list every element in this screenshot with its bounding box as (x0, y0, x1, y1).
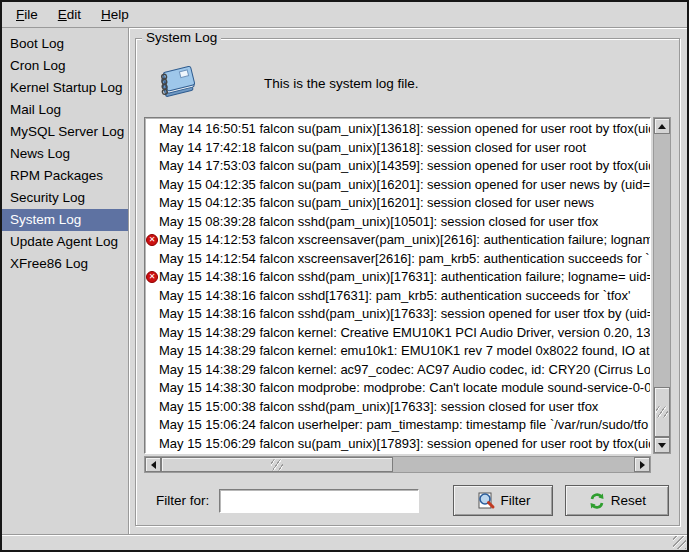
log-entry[interactable]: May 15 04:12:35 falcon su(pam_unix)[1620… (145, 194, 650, 213)
scroll-down-button[interactable] (654, 437, 670, 453)
sidebar-item[interactable]: RPM Packages (2, 165, 128, 187)
log-entry[interactable]: May 15 14:12:54 falcon xscreensaver[2616… (145, 250, 650, 269)
log-entry[interactable]: May 15 14:38:30 falcon modprobe: modprob… (145, 379, 650, 398)
log-entry-text: May 15 14:38:16 falcon sshd(pam_unix)[17… (159, 269, 651, 284)
scroll-up-button[interactable] (654, 118, 670, 134)
sidebar-item[interactable]: News Log (2, 143, 128, 165)
sidebar-item[interactable]: Boot Log (2, 33, 128, 55)
main-panel: System Log T (129, 28, 687, 534)
sidebar-item[interactable]: Cron Log (2, 55, 128, 77)
refresh-icon (588, 492, 606, 510)
log-entry[interactable]: May 14 17:53:03 falcon su(pam_unix)[1435… (145, 157, 650, 176)
sidebar-item[interactable]: Mail Log (2, 99, 128, 121)
log-list: May 14 16:50:51 falcon su(pam_unix)[1361… (144, 117, 651, 454)
log-entry[interactable]: May 15 08:39:28 falcon sshd(pam_unix)[10… (145, 213, 650, 232)
sidebar-item[interactable]: System Log (2, 209, 128, 231)
log-entry-text: May 15 14:38:16 falcon sshd[17631]: pam_… (159, 288, 631, 303)
filter-bar: Filter for: Filter (144, 485, 671, 516)
log-type-list: Boot LogCron LogKernel Startup LogMail L… (2, 28, 129, 534)
log-entry[interactable]: May 15 14:38:29 falcon kernel: Creative … (145, 324, 650, 343)
log-viewer-window: FileEditHelp Boot LogCron LogKernel Star… (0, 0, 689, 552)
log-entry[interactable]: May 15 14:12:53 falcon xscreensaver(pam_… (145, 231, 650, 250)
horizontal-scroll-trough[interactable] (161, 457, 634, 472)
status-bar (2, 534, 687, 550)
system-log-groupbox: System Log T (135, 38, 680, 526)
log-entry-text: May 15 14:38:30 falcon modprobe: modprob… (159, 380, 651, 395)
resize-grip-icon[interactable] (673, 536, 686, 549)
reset-button-label: Reset (611, 493, 646, 508)
horizontal-scrollbar (144, 456, 651, 473)
magnifier-icon (476, 491, 496, 511)
log-entry-text: May 15 14:38:29 falcon kernel: emu10k1: … (159, 343, 650, 358)
sidebar-item[interactable]: Security Log (2, 187, 128, 209)
arrow-right-icon (640, 461, 649, 469)
log-entry-text: May 15 04:12:35 falcon su(pam_unix)[1620… (159, 177, 650, 192)
groupbox-title: System Log (142, 30, 221, 45)
filter-input[interactable] (219, 489, 419, 513)
arrow-left-icon (147, 461, 156, 469)
filter-button-label: Filter (501, 493, 531, 508)
log-entry[interactable]: May 15 04:12:35 falcon su(pam_unix)[1620… (145, 176, 650, 195)
log-entry-text: May 15 14:38:29 falcon kernel: ac97_code… (159, 362, 651, 377)
vertical-scroll-thumb[interactable] (654, 387, 670, 437)
log-scroll-area: May 14 16:50:51 falcon su(pam_unix)[1361… (144, 117, 671, 473)
log-entry-text: May 15 14:38:29 falcon kernel: Creative … (159, 325, 650, 340)
menu-bar: FileEditHelp (2, 2, 687, 28)
scroll-left-button[interactable] (145, 457, 161, 472)
log-entry[interactable]: May 15 14:38:29 falcon kernel: emu10k1: … (145, 342, 650, 361)
log-entry[interactable]: May 15 15:06:24 falcon userhelper: pam_t… (145, 416, 650, 435)
log-entry-text: May 15 04:12:35 falcon su(pam_unix)[1620… (159, 195, 594, 210)
scroll-right-button[interactable] (634, 457, 650, 472)
log-entry[interactable]: May 15 14:38:16 falcon sshd(pam_unix)[17… (145, 268, 650, 287)
log-entry[interactable]: May 15 14:38:29 falcon kernel: ac97_code… (145, 361, 650, 380)
log-entry-text: May 15 14:38:16 falcon sshd(pam_unix)[17… (159, 306, 651, 321)
panel-header: This is the system log file. (144, 55, 671, 111)
sidebar-item[interactable]: MySQL Server Log (2, 121, 128, 143)
menu-item[interactable]: Help (91, 4, 139, 25)
sidebar-item[interactable]: Update Agent Log (2, 231, 128, 253)
log-entry[interactable]: May 15 15:00:38 falcon sshd(pam_unix)[17… (145, 398, 650, 417)
log-entry-text: May 15 14:12:53 falcon xscreensaver(pam_… (159, 232, 651, 247)
content-area: Boot LogCron LogKernel Startup LogMail L… (2, 28, 687, 534)
log-entry[interactable]: May 15 15:06:29 falcon su(pam_unix)[1789… (145, 435, 650, 454)
menu-item[interactable]: Edit (48, 4, 91, 25)
arrow-up-icon (658, 120, 666, 129)
vertical-scrollbar (653, 117, 671, 454)
error-icon (146, 271, 158, 283)
sidebar-item[interactable]: XFree86 Log (2, 253, 128, 275)
log-entry-text: May 14 17:42:18 falcon su(pam_unix)[1361… (159, 140, 586, 155)
log-entry-text: May 15 08:39:28 falcon sshd(pam_unix)[10… (159, 214, 598, 229)
filter-button[interactable]: Filter (453, 485, 553, 516)
log-entry-text: May 15 15:06:24 falcon userhelper: pam_t… (159, 417, 648, 432)
sidebar-item[interactable]: Kernel Startup Log (2, 77, 128, 99)
horizontal-scroll-thumb[interactable] (161, 457, 393, 472)
log-book-icon (154, 62, 198, 104)
log-entry-text: May 15 14:12:54 falcon xscreensaver[2616… (159, 251, 650, 266)
error-icon (146, 234, 158, 246)
log-description: This is the system log file. (264, 76, 419, 91)
log-entry[interactable]: May 15 14:38:16 falcon sshd(pam_unix)[17… (145, 305, 650, 324)
arrow-down-icon (658, 443, 666, 452)
log-entry-text: May 14 17:53:03 falcon su(pam_unix)[1435… (159, 158, 651, 173)
vertical-scroll-trough[interactable] (654, 134, 670, 437)
menu-item[interactable]: File (6, 4, 48, 25)
log-entry-text: May 15 15:00:38 falcon sshd(pam_unix)[17… (159, 399, 598, 414)
reset-button[interactable]: Reset (565, 485, 669, 516)
log-entry-text: May 15 15:06:29 falcon su(pam_unix)[1789… (159, 436, 651, 451)
log-entry[interactable]: May 14 17:42:18 falcon su(pam_unix)[1361… (145, 139, 650, 158)
filter-label: Filter for: (156, 493, 209, 508)
log-entry[interactable]: May 15 14:38:16 falcon sshd[17631]: pam_… (145, 287, 650, 306)
log-entry[interactable]: May 14 16:50:51 falcon su(pam_unix)[1361… (145, 120, 650, 139)
log-entry-text: May 14 16:50:51 falcon su(pam_unix)[1361… (159, 121, 651, 136)
